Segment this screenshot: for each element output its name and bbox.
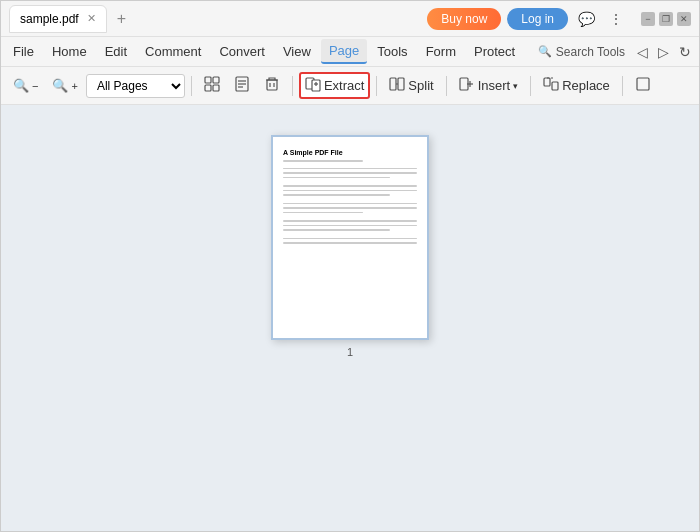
split-icon (389, 76, 405, 95)
menu-protect[interactable]: Protect (466, 40, 523, 63)
divider-6 (622, 76, 623, 96)
divider-4 (446, 76, 447, 96)
extract-button[interactable]: Extract (299, 72, 370, 99)
delete-page-button[interactable] (258, 72, 286, 99)
search-tools-area: 🔍 Search Tools (532, 43, 631, 61)
pdf-text-line-5 (283, 185, 417, 187)
svg-rect-18 (460, 78, 468, 90)
split-button[interactable]: Split (383, 72, 439, 99)
insert-dropdown-icon: ▾ (513, 81, 518, 91)
zoom-in-icon: 🔍 (52, 78, 68, 93)
pdf-text-line-12 (283, 225, 417, 227)
search-tools-label[interactable]: Search Tools (556, 45, 625, 59)
delete-icon (264, 76, 280, 95)
restore-button[interactable]: ❐ (659, 12, 673, 26)
menu-convert[interactable]: Convert (211, 40, 273, 63)
search-icon: 🔍 (538, 45, 552, 58)
pdf-text-line-4 (283, 177, 390, 179)
more-tools-button[interactable] (629, 72, 657, 99)
forward-button[interactable]: ▷ (654, 42, 673, 62)
pdf-text-line-15 (283, 242, 417, 244)
pdf-text-line-13 (283, 229, 390, 231)
back-button[interactable]: ◁ (633, 42, 652, 62)
svg-rect-22 (552, 82, 558, 90)
minimize-button[interactable]: − (641, 12, 655, 26)
page-view-icon (234, 76, 250, 95)
pdf-doc-title: A Simple PDF File (283, 149, 417, 156)
main-view-area: A Simple PDF File (1, 105, 699, 531)
title-bar-actions: Buy now Log in 💬 ⋮ − ❐ ✕ (427, 8, 691, 30)
buy-now-button[interactable]: Buy now (427, 8, 501, 30)
svg-rect-15 (390, 78, 396, 90)
page-range-select[interactable]: All Pages Odd Pages Even Pages (86, 74, 185, 98)
login-button[interactable]: Log in (507, 8, 568, 30)
svg-rect-3 (213, 85, 219, 91)
thumbnail-view-button[interactable] (198, 72, 226, 99)
split-label: Split (408, 78, 433, 93)
menu-page[interactable]: Page (321, 39, 367, 64)
menu-comment[interactable]: Comment (137, 40, 209, 63)
window-controls: − ❐ ✕ (641, 12, 691, 26)
svg-rect-21 (544, 78, 550, 86)
divider-3 (376, 76, 377, 96)
zoom-in-button[interactable]: 🔍 + (46, 74, 83, 97)
divider-2 (292, 76, 293, 96)
menu-view[interactable]: View (275, 40, 319, 63)
extract-label: Extract (324, 78, 364, 93)
menu-file[interactable]: File (5, 40, 42, 63)
thumbnail-icon (204, 76, 220, 95)
divider-5 (530, 76, 531, 96)
insert-icon (459, 76, 475, 95)
zoom-in-label: + (71, 80, 77, 92)
divider-1 (191, 76, 192, 96)
pdf-tab[interactable]: sample.pdf ✕ (9, 5, 107, 33)
pdf-page: A Simple PDF File (271, 135, 429, 340)
tab-label: sample.pdf (20, 12, 79, 26)
svg-rect-1 (213, 77, 219, 83)
app-window: sample.pdf ✕ + Buy now Log in 💬 ⋮ − ❐ ✕ … (0, 0, 700, 532)
close-button[interactable]: ✕ (677, 12, 691, 26)
new-tab-button[interactable]: + (117, 10, 126, 28)
pdf-text-line-6 (283, 190, 417, 192)
menu-edit[interactable]: Edit (97, 40, 135, 63)
pdf-page-wrapper: A Simple PDF File (271, 135, 429, 358)
svg-rect-23 (637, 78, 649, 90)
page-view-button[interactable] (228, 72, 256, 99)
pdf-text-line-1 (283, 160, 363, 162)
pdf-text-line-9 (283, 207, 417, 209)
replace-button[interactable]: Replace (537, 72, 616, 99)
pdf-text-line-3 (283, 172, 417, 174)
more-options-button[interactable]: ⋮ (605, 9, 627, 29)
page-number: 1 (347, 346, 353, 358)
chat-icon-button[interactable]: 💬 (574, 9, 599, 29)
pdf-text-line-7 (283, 194, 390, 196)
title-bar: sample.pdf ✕ + Buy now Log in 💬 ⋮ − ❐ ✕ (1, 1, 699, 37)
svg-rect-2 (205, 85, 211, 91)
zoom-out-button[interactable]: 🔍 − (7, 74, 44, 97)
chat-icon: 💬 (578, 11, 595, 27)
crop-icon (635, 76, 651, 95)
menu-form[interactable]: Form (418, 40, 464, 63)
insert-button[interactable]: Insert ▾ (453, 72, 525, 99)
pdf-text-line-11 (283, 220, 417, 222)
menu-bar: File Home Edit Comment Convert View Page… (1, 37, 699, 67)
refresh-button[interactable]: ↻ (675, 42, 695, 62)
tab-close-icon[interactable]: ✕ (87, 13, 96, 24)
menu-tools[interactable]: Tools (369, 40, 415, 63)
extract-icon (305, 76, 321, 95)
pdf-text-line-8 (283, 203, 417, 205)
replace-icon (543, 76, 559, 95)
menu-home[interactable]: Home (44, 40, 95, 63)
svg-rect-0 (205, 77, 211, 83)
toolbar: 🔍 − 🔍 + All Pages Odd Pages Even Pages (1, 67, 699, 105)
svg-rect-8 (267, 80, 277, 90)
insert-label: Insert (478, 78, 511, 93)
svg-rect-16 (398, 78, 404, 90)
pdf-text-line-14 (283, 238, 417, 240)
pdf-text-line-2 (283, 168, 417, 170)
zoom-out-label: − (32, 80, 38, 92)
more-icon: ⋮ (609, 11, 623, 27)
replace-label: Replace (562, 78, 610, 93)
pdf-text-line-10 (283, 212, 363, 214)
zoom-out-icon: 🔍 (13, 78, 29, 93)
